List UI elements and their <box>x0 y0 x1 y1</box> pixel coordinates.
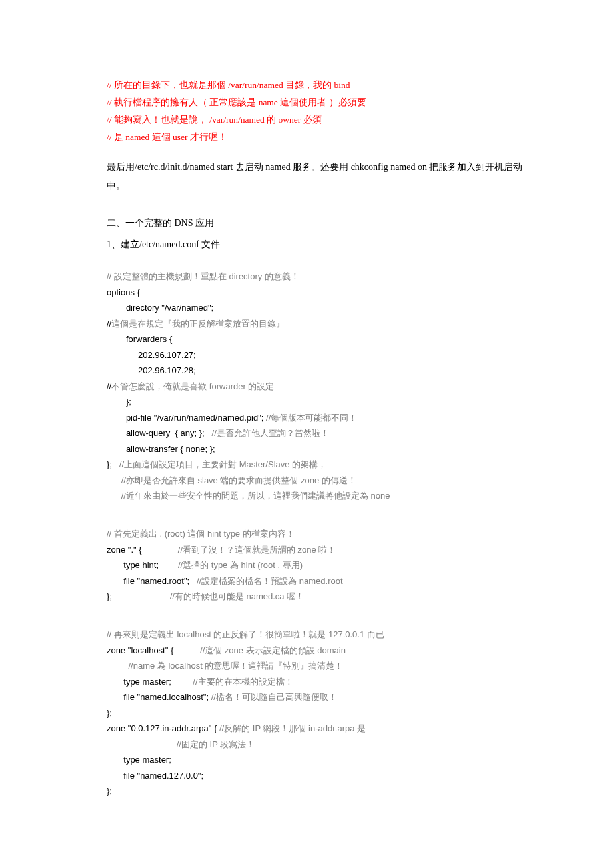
body-paragraph: 最后用/etc/rc.d/init.d/named start 去启动 name… <box>107 158 533 195</box>
document-page: // 所在的目錄下，也就是那個 /var/run/named 目錄，我的 bin… <box>0 0 613 839</box>
blank-line <box>107 504 533 511</box>
code-comment: //看到了沒！？這個就是所謂的 zone 啦！ <box>178 545 336 555</box>
code-line: zone "localhost" { <box>107 645 200 655</box>
code-comment: //有的時候也可能是 named.ca 喔！ <box>170 591 305 601</box>
code-line: forwarders { <box>107 334 172 344</box>
code-line: }; <box>107 708 112 718</box>
code-comment: //name 為 localhost 的意思喔！這裡請『特別』搞清楚！ <box>107 661 343 671</box>
code-comment: //這個 zone 表示設定檔的預設 domain <box>200 645 346 655</box>
code-comment: 這個是在規定『我的正反解檔案放置的目錄』 <box>111 319 285 329</box>
code-line: type hint; <box>107 560 178 570</box>
code-comment: //近年來由於一些安全性的問題，所以，這裡我們建議將他設定為 none <box>107 491 390 501</box>
code-comment: //設定檔案的檔名！預設為 named.root <box>197 576 343 586</box>
code-comment: //選擇的 type 為 hint (root . 專用) <box>178 560 303 570</box>
red-line-1: // 所在的目錄下，也就是那個 /var/run/named 目錄，我的 bin… <box>107 77 533 94</box>
code-line: }; <box>107 591 170 601</box>
code-line: allow-transfer { none; }; <box>107 444 215 454</box>
section-subheading: 1、建立/etc/named.conf 文件 <box>107 235 533 254</box>
code-line: type master; <box>107 677 193 687</box>
code-comment: //是否允許他人查詢？當然啦！ <box>212 428 329 438</box>
code-line: directory "/var/named"; <box>107 303 213 313</box>
code-line: zone "." { <box>107 545 178 555</box>
red-line-4: // 是 named 這個 user 才行喔！ <box>107 129 533 146</box>
code-comment: 不管怎麽說，俺就是喜歡 forwarder 的設定 <box>111 381 274 391</box>
config-code-block: // 設定整體的主機規劃！重點在 directory 的意義！ options … <box>107 269 533 799</box>
code-line: file "named.127.0.0"; <box>107 771 203 781</box>
section-heading: 二、一个完整的 DNS 应用 <box>107 214 533 233</box>
code-line: }; <box>107 397 131 407</box>
blank-line <box>107 605 533 611</box>
code-line: 202.96.107.28; <box>107 365 196 375</box>
comment-block-red: // 所在的目錄下，也就是那個 /var/run/named 目錄，我的 bin… <box>107 77 533 146</box>
code-comment: //主要的在本機的設定檔！ <box>193 677 293 687</box>
red-line-3: // 能夠寫入！也就是說， /var/run/named 的 owner 必須 <box>107 111 533 129</box>
code-line: 202.96.107.27; <box>107 350 196 360</box>
red-line-2: // 執行檔程序的擁有人（ 正常應該是 name 這個使用者 ）必須要 <box>107 94 533 111</box>
code-line: pid-file "/var/run/named/named.pid"; <box>107 413 266 423</box>
code-line: zone "0.0.127.in-addr.arpa" { <box>107 723 219 733</box>
code-line: }; <box>107 786 112 796</box>
code-line: options { <box>107 287 140 297</box>
code-line: allow-query { any; }; <box>107 428 212 438</box>
code-line: type master; <box>107 755 171 765</box>
code-comment: //反解的 IP 網段！那個 in-addr.arpa 是 <box>219 723 366 733</box>
code-line: file "named.localhost"; <box>107 692 211 702</box>
code-line: // 首先定義出 . (root) 這個 hint type 的檔案內容！ <box>107 529 295 539</box>
code-line: // 設定整體的主機規劃！重點在 directory 的意義！ <box>107 271 299 281</box>
code-comment: //檔名！可以隨自己高興隨便取！ <box>211 692 337 702</box>
code-line: // 再來則是定義出 localhost 的正反解了！很簡單啦！就是 127.0… <box>107 629 384 639</box>
code-line: }; <box>107 459 119 469</box>
code-line: file "named.root"; <box>107 576 197 586</box>
code-comment: //固定的 IP 段寫法！ <box>107 739 255 749</box>
code-comment: //每個版本可能都不同！ <box>266 413 357 423</box>
code-comment: //亦即是否允許來自 slave 端的要求而提供整個 zone 的傳送！ <box>107 475 356 485</box>
code-comment: //上面這個設定項目，主要針對 Master/Slave 的架構， <box>119 459 326 469</box>
